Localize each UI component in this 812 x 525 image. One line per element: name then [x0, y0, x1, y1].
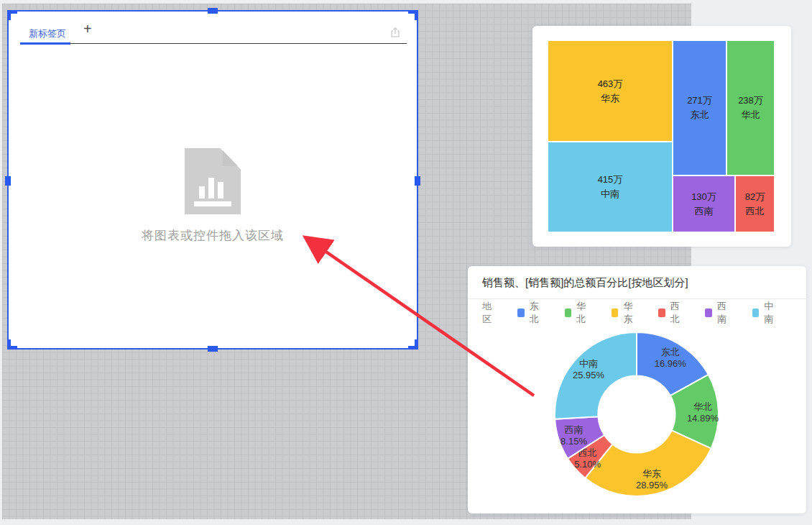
donut-chart-card[interactable]: 销售额、[销售额]的总额百分比[按地区划分] 地区 东北华北华东西北西南中南 东…: [468, 266, 806, 513]
legend-item[interactable]: 华北: [565, 300, 591, 326]
legend-item-label: 东北: [530, 300, 545, 326]
resize-handle-top-right[interactable]: [408, 10, 418, 20]
legend-swatch: [752, 309, 760, 317]
add-tab-button[interactable]: +: [83, 22, 92, 36]
share-icon[interactable]: [389, 27, 401, 38]
legend-item[interactable]: 西北: [658, 300, 685, 326]
legend-dimension-label: 地区: [482, 300, 499, 326]
chart-drop-zone[interactable]: 将图表或控件拖入该区域: [9, 44, 417, 348]
donut-chart: 东北16.96%华北14.89%华东28.95%西北5.10%西南8.15%中南…: [468, 324, 806, 513]
treemap-cell[interactable]: 238万华北: [727, 41, 774, 175]
resize-handle-left[interactable]: [5, 176, 11, 186]
legend-item-label: 西南: [717, 300, 732, 326]
resize-handle-right[interactable]: [415, 176, 420, 186]
chart-document-icon: [185, 148, 241, 217]
treemap-cell[interactable]: 271万东北: [673, 41, 726, 175]
legend-item-label: 中南: [764, 300, 779, 326]
resize-handle-bottom-right[interactable]: [408, 339, 418, 350]
tab-bar: 新标签页 +: [9, 12, 417, 44]
legend-swatch: [658, 309, 665, 317]
resize-handle-bottom-left[interactable]: [7, 339, 17, 350]
resize-handle-top-left[interactable]: [7, 10, 17, 20]
treemap-chart-card[interactable]: 463万华东271万东北238万华北415万中南130万西南82万西北: [532, 26, 791, 247]
treemap-chart: 463万华东271万东北238万华北415万中南130万西南82万西北: [548, 41, 774, 232]
legend-swatch: [565, 309, 572, 317]
active-tab-underline: [20, 42, 70, 45]
legend-swatch: [705, 309, 712, 317]
legend-item[interactable]: 东北: [517, 300, 544, 326]
resize-handle-top[interactable]: [208, 8, 218, 14]
legend-item[interactable]: 中南: [752, 300, 779, 326]
legend-item[interactable]: 华东: [612, 300, 638, 326]
treemap-cell[interactable]: 463万华东: [548, 41, 672, 141]
chart-legend: 地区 东北华北华东西北西南中南: [482, 306, 799, 319]
legend-item-label: 西北: [670, 300, 686, 326]
legend-item-label: 华东: [623, 300, 638, 326]
resize-handle-bottom[interactable]: [208, 346, 218, 352]
treemap-cell[interactable]: 82万西北: [736, 176, 774, 232]
legend-item-label: 华北: [576, 300, 591, 326]
legend-swatch: [612, 309, 619, 317]
treemap-cell[interactable]: 415万中南: [548, 142, 672, 232]
tab-new-page[interactable]: 新标签页: [29, 27, 66, 40]
treemap-cell[interactable]: 130万西南: [673, 176, 734, 232]
drop-hint-text: 将图表或控件拖入该区域: [142, 227, 284, 244]
legend-swatch: [517, 309, 525, 317]
title-divider: [468, 298, 806, 299]
chart-title: 销售额、[销售额]的总额百分比[按地区划分]: [482, 276, 688, 290]
report-block[interactable]: 新标签页 + 将图表或控件拖入该区域: [7, 10, 418, 350]
legend-item[interactable]: 西南: [705, 300, 732, 326]
